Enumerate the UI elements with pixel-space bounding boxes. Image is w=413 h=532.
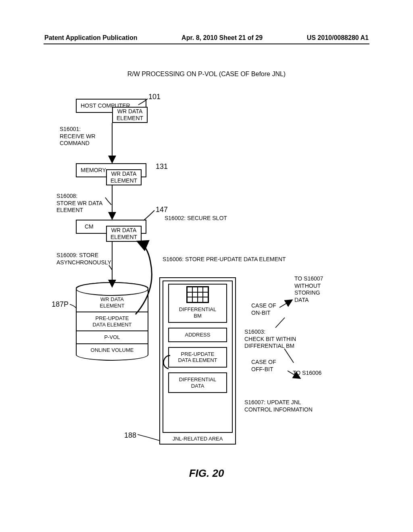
step-s16009: S16009: STORE ASYNCHRONOUSLY xyxy=(56,252,111,266)
cyl-wr-data: WR DATA ELEMENT xyxy=(77,289,148,312)
case-onbit: CASE OF ON-BIT xyxy=(251,302,276,316)
step-to-s16006: TO S16006 xyxy=(293,370,321,377)
wr-data-host-label: WR DATA ELEMENT xyxy=(117,108,143,122)
memory-label: MEMORY xyxy=(81,167,106,174)
ref-187p: 187P xyxy=(52,300,69,309)
svg-line-3 xyxy=(280,300,292,308)
cyl-preupdate: PRE-UPDATE DATA ELEMENT xyxy=(77,312,148,330)
step-s16006: S16006: STORE PRE-UPDATE DATA ELEMENT xyxy=(163,256,286,263)
step-s16001: S16001: RECEIVE WR COMMAND xyxy=(60,126,96,147)
cm-label: CM xyxy=(85,223,94,230)
wr-data-cm-label: WR DATA ELEMENT xyxy=(111,227,137,241)
ref-188: 188 xyxy=(124,431,136,440)
ref-131: 131 xyxy=(156,162,168,171)
step-s16007: S16007: UPDATE JNL CONTROL INFORMATION xyxy=(244,399,313,413)
cyl-online: ONLINE VOLUME xyxy=(77,343,148,356)
wr-data-host-box: WR DATA ELEMENT xyxy=(112,107,148,123)
ref-147: 147 xyxy=(156,206,168,214)
jnl-area-label: JNL-RELATED AREA xyxy=(160,436,235,442)
header-center: Apr. 8, 2010 Sheet 21 of 29 xyxy=(181,34,263,42)
ref-101: 101 xyxy=(148,93,161,101)
header-rule xyxy=(44,44,369,44)
page-header: Patent Application Publication Apr. 8, 2… xyxy=(0,34,413,42)
wr-data-memory-label: WR DATA ELEMENT xyxy=(111,170,137,184)
diagram-title: R/W PROCESSING ON P-VOL (CASE OF Before … xyxy=(0,71,413,78)
step-s16008: S16008: STORE WR DATA ELEMENT xyxy=(56,193,102,214)
flow-diagram: HOST COMPUTER WR DATA ELEMENT 101 S16001… xyxy=(44,85,370,476)
wr-data-cm-box: WR DATA ELEMENT xyxy=(106,226,142,242)
svg-line-4 xyxy=(275,318,285,328)
cyl-pvol: P-VOL xyxy=(77,330,148,343)
step-s16003: S16003: CHECK BIT WITHIN DIFFERENTIAL BM xyxy=(244,328,296,350)
svg-line-5 xyxy=(284,349,294,363)
case-offbit: CASE OF OFF-BIT xyxy=(251,359,276,373)
header-left: Patent Application Publication xyxy=(44,34,138,42)
header-right: US 2010/0088280 A1 xyxy=(307,34,369,42)
step-s16002: S16002: SECURE SLOT xyxy=(165,215,227,222)
pvol-cylinder: WR DATA ELEMENT PRE-UPDATE DATA ELEMENT … xyxy=(76,282,148,361)
step-to-s16007: TO S16007 WITHOUT STORING DATA xyxy=(294,275,323,303)
wr-data-memory-box: WR DATA ELEMENT xyxy=(106,169,142,185)
figure-label: FIG. 20 xyxy=(0,467,413,480)
jnl-area-inner xyxy=(163,281,233,433)
